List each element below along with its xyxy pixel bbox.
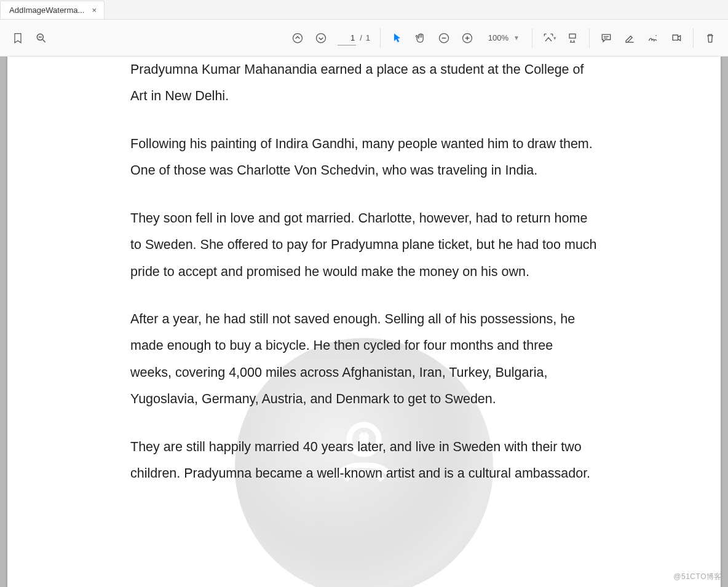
document-viewport[interactable]: Pradyumna Kumar Mahanandia earned a plac…: [0, 57, 728, 587]
signature-icon[interactable]: [643, 28, 663, 49]
zoom-minus-icon[interactable]: [433, 28, 454, 49]
paragraph: After a year, he had still not saved eno…: [130, 306, 598, 413]
comment-icon[interactable]: [596, 28, 617, 49]
zoom-out-icon[interactable]: [31, 28, 52, 49]
separator: [589, 28, 590, 48]
separator: [380, 28, 381, 48]
page-sep: /: [360, 33, 362, 42]
toolbar: / 1 100% ▼ ▾: [0, 20, 728, 57]
separator: [532, 28, 532, 48]
svg-line-1: [43, 39, 46, 42]
close-icon[interactable]: ×: [89, 6, 99, 15]
bookmark-outline-icon[interactable]: [7, 28, 28, 49]
source-watermark: @51CTO博客: [673, 572, 722, 582]
separator: [693, 28, 694, 48]
zoom-selector[interactable]: 100% ▼: [484, 32, 522, 44]
page-up-icon[interactable]: [287, 28, 308, 49]
svg-point-4: [317, 33, 326, 42]
zoom-value: 100%: [484, 33, 508, 42]
document-tab[interactable]: AddImageWaterma... ×: [0, 1, 105, 19]
tab-title: AddImageWaterma...: [9, 6, 84, 15]
zoom-plus-icon[interactable]: [457, 28, 478, 49]
fit-width-icon[interactable]: ▾: [539, 28, 560, 49]
svg-point-14: [655, 35, 657, 36]
paragraph: Pradyumna Kumar Mahanandia earned a plac…: [130, 57, 598, 110]
paragraph: They soon fell in love and got married. …: [130, 205, 598, 285]
hand-icon[interactable]: [410, 28, 431, 49]
delete-icon[interactable]: [700, 28, 721, 49]
paragraph: They are still happily married 40 years …: [130, 434, 598, 487]
page-down-icon[interactable]: [311, 28, 331, 49]
tab-bar: AddImageWaterma... ×: [0, 0, 728, 20]
highlight-icon[interactable]: [619, 28, 640, 49]
svg-point-3: [293, 33, 303, 42]
pointer-icon[interactable]: [387, 28, 408, 49]
document-text: Pradyumna Kumar Mahanandia earned a plac…: [130, 57, 598, 487]
stamp-icon[interactable]: [666, 28, 687, 49]
rotate-icon[interactable]: [562, 28, 583, 49]
svg-rect-10: [569, 34, 576, 38]
page-current-input[interactable]: [338, 31, 356, 45]
paragraph: Following his painting of Indira Gandhi,…: [130, 131, 598, 184]
caret-down-icon: ▼: [511, 32, 522, 44]
page: Pradyumna Kumar Mahanandia earned a plac…: [7, 57, 721, 587]
page-indicator: / 1: [338, 31, 370, 45]
page-total: 1: [366, 33, 370, 42]
